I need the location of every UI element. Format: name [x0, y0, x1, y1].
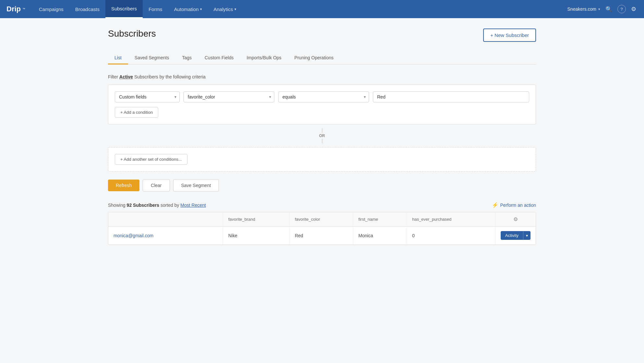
or-label: OR [319, 133, 325, 139]
col-settings[interactable]: ⚙ [495, 212, 536, 227]
nav-analytics[interactable]: Analytics ▾ [208, 0, 242, 18]
search-button[interactable]: 🔍 [604, 5, 614, 14]
column-settings-button[interactable]: ⚙ [513, 216, 518, 222]
sort-link[interactable]: Most Recent [180, 203, 206, 208]
field-name-wrapper: favorite_color ▾ [184, 91, 274, 102]
subscribers-table: favorite_brand favorite_color first_name… [108, 212, 536, 245]
page-header: Subscribers + New Subscriber [108, 29, 536, 45]
nav-broadcasts[interactable]: Broadcasts [69, 0, 105, 18]
add-set-group: + Add another set of conditions... [108, 147, 536, 171]
subscriber-email: monica@gmail.com [108, 227, 223, 245]
results-bar: Showing 92 Subscribers sorted by Most Re… [108, 202, 536, 208]
table-wrap: favorite_brand favorite_color first_name… [108, 212, 536, 245]
logo-tm: ™ [22, 7, 25, 11]
cell-activity: Activity ▾ [495, 227, 536, 245]
operator-wrapper: equals ▾ [278, 91, 369, 102]
filter-status: Active [119, 74, 133, 79]
tab-pruning-operations[interactable]: Pruning Operations [288, 52, 340, 64]
operator-select[interactable]: equals [278, 91, 369, 102]
nav-automation[interactable]: Automation ▾ [168, 0, 208, 18]
col-favorite-color: favorite_color [290, 212, 353, 227]
tab-imports-bulk-ops[interactable]: Imports/Bulk Ops [240, 52, 288, 64]
cell-has-ever-purchased: 0 [407, 227, 495, 245]
tab-tags[interactable]: Tags [175, 52, 198, 64]
filter-label: Filter Active Subscribers by the followi… [108, 74, 536, 79]
new-subscriber-button[interactable]: + New Subscriber [483, 29, 536, 42]
nav-account[interactable]: Sneakers.com ▾ [567, 6, 600, 12]
email-link[interactable]: monica@gmail.com [113, 233, 153, 238]
action-buttons: Refresh Clear Save Segment [108, 179, 536, 192]
automation-chevron-icon: ▾ [200, 7, 202, 11]
cell-favorite-color: Red [290, 227, 353, 245]
cell-favorite-brand: Nike [223, 227, 289, 245]
results-count: 92 Subscribers [127, 203, 159, 208]
or-divider: OR [108, 128, 536, 143]
analytics-chevron-icon: ▾ [234, 7, 236, 11]
refresh-button[interactable]: Refresh [108, 180, 139, 191]
tab-custom-fields[interactable]: Custom Fields [198, 52, 240, 64]
settings-button[interactable]: ⚙ [630, 4, 638, 14]
tab-list[interactable]: List [108, 52, 128, 64]
nav-forms[interactable]: Forms [143, 0, 168, 18]
filter-type-wrapper: Custom fields ▾ [115, 91, 180, 102]
nav-logo[interactable]: Drip™ [6, 5, 25, 13]
nav-links: Campaigns Broadcasts Subscribers Forms A… [33, 0, 567, 18]
nav-subscribers[interactable]: Subscribers [105, 0, 143, 18]
save-segment-button[interactable]: Save Segment [173, 179, 219, 192]
field-name-select[interactable]: favorite_color [184, 91, 274, 102]
filter-row: Custom fields ▾ favorite_color ▾ equals … [115, 91, 529, 102]
filter-group: Custom fields ▾ favorite_color ▾ equals … [108, 85, 536, 124]
add-set-button[interactable]: + Add another set of conditions... [115, 154, 187, 165]
help-button[interactable]: ? [617, 5, 626, 13]
col-has-ever-purchased: has_ever_purchased [407, 212, 495, 227]
account-chevron-icon: ▾ [598, 7, 600, 11]
perform-action[interactable]: ⚡ Perform an action [492, 202, 536, 208]
col-favorite-brand: favorite_brand [223, 212, 289, 227]
col-first-name: first_name [353, 212, 407, 227]
results-text: Showing 92 Subscribers sorted by Most Re… [108, 203, 206, 208]
filter-value-input[interactable] [373, 91, 529, 102]
cell-first-name: Monica [353, 227, 407, 245]
page-title: Subscribers [108, 29, 156, 39]
tab-bar: List Saved Segments Tags Custom Fields I… [108, 52, 536, 64]
clear-button[interactable]: Clear [143, 179, 170, 192]
add-condition-button[interactable]: + Add a condition [115, 107, 158, 118]
nav-campaigns[interactable]: Campaigns [33, 0, 69, 18]
col-email [108, 212, 223, 227]
filter-type-select[interactable]: Custom fields [115, 91, 180, 102]
tab-saved-segments[interactable]: Saved Segments [128, 52, 176, 64]
main-nav: Drip™ Campaigns Broadcasts Subscribers F… [0, 0, 644, 18]
table-row: monica@gmail.com Nike Red Monica 0 Activ… [108, 227, 536, 245]
lightning-icon: ⚡ [492, 202, 498, 208]
activity-arrow-button[interactable]: ▾ [523, 231, 531, 240]
nav-right: Sneakers.com ▾ 🔍 ? ⚙ [567, 4, 638, 14]
activity-button[interactable]: Activity [501, 231, 523, 240]
